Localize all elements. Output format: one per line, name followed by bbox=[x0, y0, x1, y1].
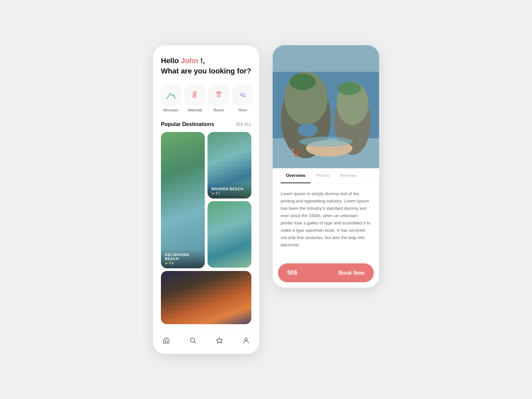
kelingking-title: KELINGKING BEACH bbox=[165, 253, 201, 261]
beach-icon-box bbox=[209, 85, 229, 105]
star-icon-2: ★ bbox=[211, 192, 214, 195]
broken-beach-title: BROKEN BEACH bbox=[211, 187, 247, 191]
river-icon bbox=[237, 90, 248, 101]
right-col: BROKEN BEACH ★ 4.7 bbox=[207, 132, 251, 268]
tab-reviews[interactable]: Reviews bbox=[334, 168, 361, 183]
svg-point-20 bbox=[291, 149, 294, 151]
greeting-name: John bbox=[181, 57, 199, 65]
nav-bookmark[interactable] bbox=[213, 334, 226, 347]
greeting-suffix: !, bbox=[198, 57, 205, 65]
phone-right: Overview Photos Reviews Lorem Ipsum is s… bbox=[273, 45, 379, 288]
nav-profile[interactable] bbox=[239, 334, 253, 347]
greeting: Hello John !, What are you looking for? bbox=[161, 56, 251, 76]
waterfall-icon-box bbox=[185, 85, 205, 105]
bottom-nav bbox=[153, 328, 259, 354]
book-bar: 50$ Book Now bbox=[278, 263, 374, 282]
svg-line-4 bbox=[194, 342, 196, 343]
book-now-button[interactable]: Book Now bbox=[329, 264, 374, 282]
svg-point-16 bbox=[337, 82, 361, 95]
detail-body: Lorem Ipsum is simply dummy text of the … bbox=[273, 184, 379, 257]
destinations-grid: KELINGKING BEACH ★ 4.9 BROKEN BEACH ★ bbox=[161, 132, 251, 268]
category-river[interactable]: River bbox=[233, 85, 253, 112]
beach-label: Beach bbox=[213, 108, 224, 112]
dest-sunset[interactable] bbox=[161, 271, 251, 324]
greeting-subtitle: What are you looking for? bbox=[161, 66, 251, 76]
svg-point-2 bbox=[218, 91, 219, 93]
svg-point-15 bbox=[289, 73, 316, 90]
greeting-prefix: Hello bbox=[161, 57, 181, 65]
dest-broken-beach[interactable]: BROKEN BEACH ★ 4.7 bbox=[207, 132, 251, 199]
svg-marker-5 bbox=[216, 337, 222, 343]
tab-overview[interactable]: Overview bbox=[281, 168, 311, 183]
star-icon: ★ bbox=[165, 261, 168, 265]
dest-kelingking[interactable]: KELINGKING BEACH ★ 4.9 bbox=[161, 132, 205, 268]
beach-icon bbox=[213, 90, 224, 101]
hero-image bbox=[273, 45, 379, 168]
price-label: 50$ bbox=[278, 263, 329, 282]
svg-point-11 bbox=[298, 123, 318, 137]
dest-cliff[interactable] bbox=[207, 201, 251, 268]
section-header: Popular Destinations SEE ALL bbox=[161, 121, 251, 127]
river-icon-box bbox=[233, 85, 253, 105]
section-title: Popular Destinations bbox=[161, 121, 214, 127]
broken-beach-rating: ★ 4.7 bbox=[211, 192, 247, 195]
svg-point-19 bbox=[298, 150, 301, 153]
broken-beach-rating-val: 4.7 bbox=[215, 192, 220, 195]
kelingking-overlay: KELINGKING BEACH ★ 4.9 bbox=[161, 249, 205, 268]
river-label: River bbox=[238, 108, 247, 112]
nav-home[interactable] bbox=[160, 334, 173, 347]
see-all-button[interactable]: SEE ALL bbox=[235, 122, 251, 127]
mountain-icon bbox=[166, 90, 176, 101]
screen-container: Hello John !, What are you looking for? … bbox=[140, 25, 392, 374]
tab-photos[interactable]: Photos bbox=[311, 168, 334, 183]
category-beach[interactable]: Beach bbox=[209, 85, 229, 112]
detail-description: Lorem Ipsum is simply dummy text of the … bbox=[281, 190, 371, 249]
mountain-label: Mountain bbox=[163, 108, 178, 112]
categories: Mountain Waterfall bbox=[161, 85, 251, 112]
nav-search[interactable] bbox=[186, 334, 200, 347]
svg-point-18 bbox=[294, 153, 298, 157]
svg-point-17 bbox=[299, 137, 352, 147]
detail-tabs: Overview Photos Reviews bbox=[273, 168, 379, 184]
hero-svg bbox=[273, 45, 379, 168]
waterfall-icon bbox=[190, 90, 200, 101]
category-mountain[interactable]: Mountain bbox=[161, 85, 181, 112]
waterfall-label: Waterfall bbox=[188, 108, 202, 112]
svg-point-6 bbox=[245, 338, 247, 340]
broken-beach-overlay: BROKEN BEACH ★ 4.7 bbox=[207, 184, 251, 199]
category-waterfall[interactable]: Waterfall bbox=[185, 85, 205, 112]
kelingking-rating: ★ 4.9 bbox=[165, 261, 201, 265]
mountain-icon-box bbox=[161, 85, 181, 105]
kelingking-rating-val: 4.9 bbox=[169, 261, 174, 265]
phone-left: Hello John !, What are you looking for? … bbox=[153, 45, 259, 354]
